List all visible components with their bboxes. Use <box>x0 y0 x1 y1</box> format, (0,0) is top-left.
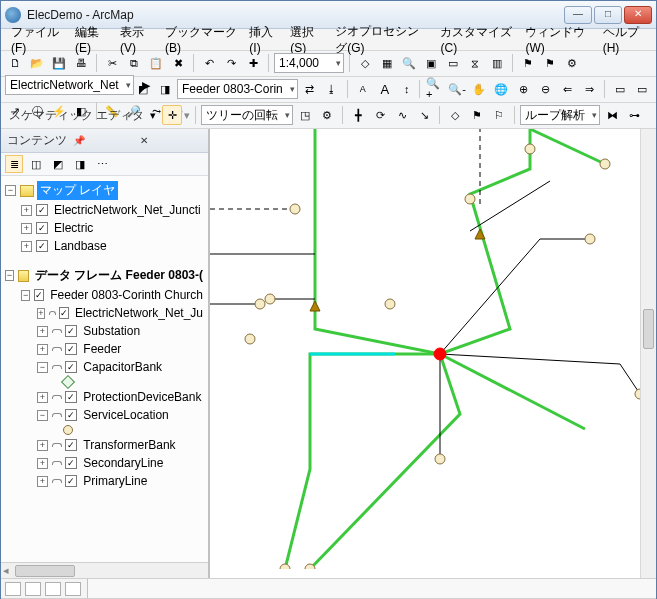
pan-icon[interactable]: ✋ <box>469 79 489 99</box>
print-icon[interactable]: 🖶 <box>71 53 91 73</box>
tree-node[interactable]: +✓ElectricNetwork_Net_Juncti <box>3 201 206 219</box>
list-by-selection-icon[interactable]: ◨ <box>71 155 89 173</box>
set-root-icon[interactable]: ⚑ <box>467 105 487 125</box>
zoom-out-icon[interactable]: 🔍- <box>447 79 467 99</box>
zoom-in-icon[interactable]: 🔍+ <box>425 79 445 99</box>
save-icon[interactable]: 💾 <box>49 53 69 73</box>
options-icon[interactable]: ⋯ <box>93 155 111 173</box>
close-button[interactable]: ✕ <box>624 6 652 24</box>
undo-icon[interactable]: ↶ <box>199 53 219 73</box>
menu-insert[interactable]: 挿入(I) <box>243 22 284 57</box>
layout-properties-icon[interactable]: ⚙ <box>317 105 337 125</box>
tree-node[interactable]: + ✓TransformerBank <box>3 436 206 454</box>
network-combo[interactable]: ElectricNetwork_Net <box>5 75 134 95</box>
tree-node-feeder-root[interactable]: −✓Feeder 0803-Corinth Church <box>3 286 206 304</box>
list-by-source-icon[interactable]: ◫ <box>27 155 45 173</box>
edit-move-tool-icon[interactable]: ✛ <box>162 105 182 125</box>
menu-help[interactable]: ヘルプ(H) <box>597 22 652 57</box>
layout-view-tab[interactable] <box>25 582 41 596</box>
bypass-nodes-icon[interactable]: ∿ <box>392 105 412 125</box>
trace-task-combo[interactable]: ループ解析 <box>520 105 600 125</box>
open-diagram-icon[interactable]: ◨ <box>155 79 175 99</box>
full-extent-icon[interactable]: 🌐 <box>491 79 511 99</box>
save-edits-icon[interactable]: ⭳ <box>322 79 342 99</box>
menu-view[interactable]: 表示(V) <box>114 22 159 57</box>
scale-combo[interactable]: 1:4,000 <box>274 53 344 73</box>
pin-icon[interactable]: 📌 <box>73 135 135 146</box>
pause-drawing-icon[interactable] <box>65 582 81 596</box>
restore-symbol-icon[interactable]: ↕ <box>397 79 417 99</box>
fixed-zoom-in-icon[interactable]: ⊕ <box>513 79 533 99</box>
python-icon[interactable]: ▭ <box>443 53 463 73</box>
find-connected-icon[interactable]: ⊶ <box>624 105 644 125</box>
utility-solve-icon[interactable]: ⚙ <box>562 53 582 73</box>
align-nodes-icon[interactable]: ╋ <box>348 105 368 125</box>
tree-node[interactable]: + ✓ProtectionDeviceBank <box>3 388 206 406</box>
utility-barrier-icon[interactable]: ⚑ <box>540 53 560 73</box>
diagram-combo[interactable]: Feeder 0803-Corin <box>177 79 298 99</box>
increase-symbol-icon[interactable]: A <box>375 79 395 99</box>
open-icon[interactable]: 📂 <box>27 53 47 73</box>
menu-window[interactable]: ウィンドウ(W) <box>519 22 596 57</box>
data-view-tab[interactable] <box>5 582 21 596</box>
tree-node[interactable]: + ✓PrimaryLine <box>3 472 206 490</box>
close-panel-icon[interactable]: ✕ <box>140 135 202 146</box>
list-by-drawing-order-icon[interactable]: ≣ <box>5 155 23 173</box>
menu-file[interactable]: ファイル(F) <box>5 22 69 57</box>
decrease-symbol-icon[interactable]: A <box>353 79 373 99</box>
delete-icon[interactable]: ✖ <box>168 53 188 73</box>
mark-crossings-icon[interactable]: ◇ <box>445 105 465 125</box>
arccatalog-icon[interactable]: ▣ <box>421 53 441 73</box>
reduce-nodes-icon[interactable]: ↘ <box>414 105 434 125</box>
menu-customize[interactable]: カスタマイズ(C) <box>434 22 519 57</box>
catalog-icon[interactable]: ▦ <box>377 53 397 73</box>
add-data-icon[interactable]: ✚ <box>243 53 263 73</box>
tree-node[interactable]: + ✓Substation <box>3 322 206 340</box>
tree-node-capacitorbank[interactable]: − ✓CapacitorBank <box>3 358 206 376</box>
search-icon[interactable]: 🔍 <box>399 53 419 73</box>
minimize-button[interactable]: — <box>564 6 592 24</box>
trace-icon[interactable]: ⧓ <box>602 105 622 125</box>
tree-node[interactable]: + ✓Feeder <box>3 340 206 358</box>
tree-node[interactable]: +✓Landbase <box>3 237 206 255</box>
maximize-button[interactable]: □ <box>594 6 622 24</box>
time-icon[interactable]: ⧖ <box>465 53 485 73</box>
apply-layout-icon[interactable]: ◳ <box>295 105 315 125</box>
toc-tree[interactable]: − マップ レイヤ +✓ElectricNetwork_Net_Juncti +… <box>1 176 208 562</box>
toc-horizontal-scrollbar[interactable]: ◂ <box>1 562 208 578</box>
new-icon[interactable]: 🗋 <box>5 53 25 73</box>
map-vertical-scrollbar[interactable] <box>640 129 656 578</box>
toc-titlebar[interactable]: コンテンツ 📌 ✕ <box>1 129 208 153</box>
refresh-icon[interactable] <box>45 582 61 596</box>
tree-node-data-frame-feeder[interactable]: − データ フレーム Feeder 0803-( <box>3 265 206 286</box>
menu-edit[interactable]: 編集(E) <box>69 22 114 57</box>
menu-bookmark[interactable]: ブックマーク(B) <box>159 22 243 57</box>
tree-node[interactable]: +✓Electric <box>3 219 206 237</box>
copy-icon[interactable]: ⧉ <box>124 53 144 73</box>
editor-toolbar-icon[interactable]: ◇ <box>355 53 375 73</box>
tree-node-map-layers[interactable]: − マップ レイヤ <box>3 180 206 201</box>
utility-flag-icon[interactable]: ⚑ <box>518 53 538 73</box>
model-icon[interactable]: ▥ <box>487 53 507 73</box>
propagate-icon[interactable]: ⇄ <box>300 79 320 99</box>
clear-selection-icon[interactable]: ▭ <box>632 79 652 99</box>
tree-node[interactable]: + ✓SecondaryLine <box>3 454 206 472</box>
fixed-zoom-out-icon[interactable]: ⊖ <box>535 79 555 99</box>
svg-marker-15 <box>475 229 485 239</box>
layout-algorithm-combo[interactable]: ツリーの回転 <box>201 105 293 125</box>
prev-extent-icon[interactable]: ⇐ <box>557 79 577 99</box>
cut-icon[interactable]: ✂ <box>102 53 122 73</box>
paste-icon[interactable]: 📋 <box>146 53 166 73</box>
list-by-visibility-icon[interactable]: ◩ <box>49 155 67 173</box>
tree-node[interactable]: + ✓ElectricNetwork_Net_Ju <box>3 304 206 322</box>
map-canvas[interactable] <box>209 129 656 578</box>
svg-point-9 <box>585 234 595 244</box>
next-extent-icon[interactable]: ⇒ <box>579 79 599 99</box>
set-end-icon[interactable]: ⚐ <box>489 105 509 125</box>
select-features-icon[interactable]: ▭ <box>610 79 630 99</box>
tree-node-servicelocation[interactable]: − ✓ServiceLocation <box>3 406 206 424</box>
redo-icon[interactable]: ↷ <box>221 53 241 73</box>
rotate-tree-icon[interactable]: ⟳ <box>370 105 390 125</box>
menu-select[interactable]: 選択(S) <box>284 22 329 57</box>
update-diagram-icon[interactable]: ◩ <box>133 79 153 99</box>
